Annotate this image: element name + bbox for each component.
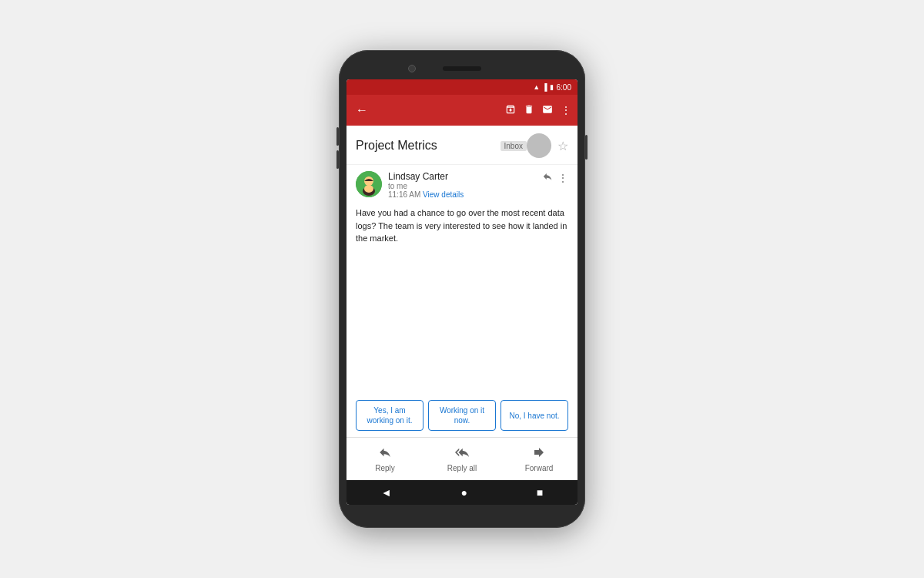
sender-name: Lindsay Carter: [388, 171, 536, 182]
archive-icon[interactable]: [505, 104, 516, 117]
forward-button[interactable]: Forward: [500, 442, 578, 476]
sender-to: to me: [388, 182, 536, 190]
header-avatar: [527, 133, 551, 158]
reply-label: Reply: [375, 464, 395, 472]
nav-recents[interactable]: ■: [537, 486, 543, 499]
reply-all-button[interactable]: Reply all: [424, 442, 500, 476]
battery-icon: ▮: [550, 83, 554, 91]
reply-all-label: Reply all: [447, 464, 477, 472]
speaker: [443, 66, 481, 71]
back-button[interactable]: ←: [353, 100, 371, 120]
mail-icon[interactable]: [542, 104, 553, 117]
sender-avatar: [356, 171, 382, 197]
signal-icon: ▐: [542, 83, 547, 91]
smart-reply-3[interactable]: No, I have not.: [500, 400, 568, 431]
reply-quick-icon[interactable]: [542, 171, 553, 184]
sender-actions: ⋮: [542, 171, 568, 184]
sender-time: 11:16 AM View details: [388, 190, 536, 199]
email-body: Lindsay Carter to me 11:16 AM View detai…: [346, 165, 578, 437]
reply-icon: [378, 445, 392, 462]
smart-reply-2[interactable]: Working on it now.: [428, 400, 496, 431]
reply-button[interactable]: Reply: [346, 442, 424, 476]
phone-bottom: [346, 505, 578, 520]
smart-replies: Yes, I am working on it. Working on it n…: [346, 394, 578, 437]
svg-point-3: [364, 185, 373, 193]
phone-frame: ▲ ▐ ▮ 6:00 ←: [339, 50, 585, 528]
sender-info: Lindsay Carter to me 11:16 AM View detai…: [388, 171, 536, 199]
more-icon[interactable]: ⋮: [561, 104, 571, 116]
view-details-link[interactable]: View details: [423, 190, 464, 199]
status-bar: ▲ ▐ ▮ 6:00: [346, 79, 578, 95]
android-nav: ◄ ● ■: [346, 480, 578, 505]
sender-row: Lindsay Carter to me 11:16 AM View detai…: [346, 165, 578, 203]
email-more-icon[interactable]: ⋮: [557, 172, 568, 184]
nav-home[interactable]: ●: [460, 486, 467, 499]
forward-icon: [532, 445, 546, 462]
smart-reply-1[interactable]: Yes, I am working on it.: [356, 400, 424, 431]
bottom-actions: Reply Reply all Forward: [346, 437, 578, 480]
app-bar-icons: ⋮: [505, 104, 571, 117]
reply-all-icon: [455, 445, 469, 462]
camera: [408, 65, 416, 72]
forward-label: Forward: [525, 464, 554, 472]
nav-back[interactable]: ◄: [381, 486, 392, 499]
inbox-badge: Inbox: [500, 141, 527, 151]
email-subject: Project Metrics: [356, 139, 496, 153]
status-time: 6:00: [557, 83, 571, 92]
wifi-icon: ▲: [533, 83, 540, 91]
email-header: Project Metrics Inbox ☆: [346, 126, 578, 165]
phone-top: [346, 58, 578, 79]
phone-screen: ▲ ▐ ▮ 6:00 ←: [346, 79, 578, 505]
delete-icon[interactable]: [524, 104, 534, 117]
email-message: Have you had a chance to go over the mos…: [346, 203, 578, 251]
star-icon[interactable]: ☆: [557, 139, 568, 153]
app-bar: ←: [346, 95, 578, 126]
status-icons: ▲ ▐ ▮: [533, 83, 553, 91]
